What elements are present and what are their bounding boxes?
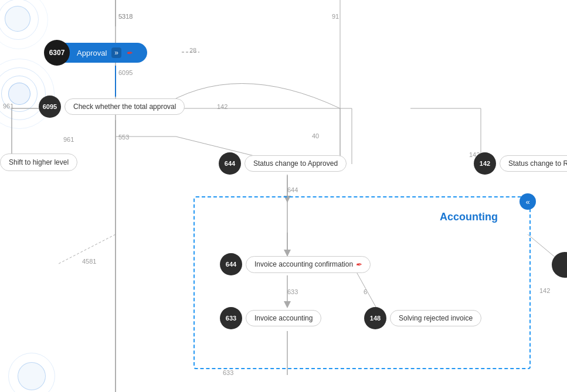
edge-label-142-mid: 142: [217, 103, 228, 110]
status-approved-label: Status change to Approved: [245, 155, 347, 172]
edge-label-633-bottom: 633: [223, 369, 233, 376]
invoice-accounting-badge: 633: [220, 307, 242, 329]
edge-label-553: 553: [118, 134, 129, 141]
solving-rejected-node[interactable]: 148 Solving rejected invoice: [364, 307, 481, 329]
invoice-accounting-label: Invoice accounting: [246, 310, 321, 326]
solving-rejected-label: Solving rejected invoice: [390, 310, 481, 326]
sonar-ring-bot-1: [18, 362, 46, 390]
status-approved-node[interactable]: 644 Status change to Approved: [219, 152, 347, 175]
edge-label-961-left: 961: [3, 103, 13, 110]
edge-label-40: 40: [312, 132, 319, 139]
pen-icon-invoice: ✒: [355, 260, 362, 269]
chevron-right-icon: »: [111, 47, 121, 58]
check-badge: 6095: [39, 96, 61, 118]
status-rejected-node[interactable]: 142 Status change to Rejected: [474, 152, 567, 175]
edge-label-633-mid: 633: [287, 288, 298, 295]
edit-icon: ✒: [126, 49, 133, 57]
sonar-ring-top-1: [5, 6, 30, 32]
edge-label-4581: 4581: [82, 258, 96, 265]
edge-label-5318-text: 5318: [118, 13, 133, 20]
edge-label-91: 91: [332, 13, 339, 20]
solving-rejected-badge: 148: [364, 307, 386, 329]
invoice-confirm-badge: 644: [220, 253, 242, 275]
check-label: Check whether the total approval: [64, 98, 185, 115]
approval-label: Approval » ✒: [65, 43, 147, 63]
edge-label-28: 28: [189, 47, 196, 54]
status-rejected-badge: 142: [474, 152, 496, 175]
shift-higher-node[interactable]: Shift to higher level: [0, 154, 77, 171]
invoice-accounting-node[interactable]: 633 Invoice accounting: [220, 307, 321, 329]
status-approved-badge: 644: [219, 152, 241, 175]
edge-label-961-bottom: 961: [63, 136, 74, 143]
invoice-confirm-label: Invoice accounting confirmation ✒: [246, 256, 371, 273]
edge-label-6095: 6095: [118, 69, 133, 76]
shift-higher-label: Shift to higher level: [0, 154, 77, 171]
accounting-title: Accounting: [440, 211, 498, 223]
edge-label-644-box: 644: [287, 186, 298, 193]
check-node[interactable]: 6095 Check whether the total approval: [39, 96, 185, 118]
process-canvas: 5318 5318 6307 Approval » ✒ 28 6095 6095…: [0, 0, 567, 392]
invoice-confirm-node[interactable]: 644 Invoice accounting confirmation ✒: [220, 253, 371, 275]
edge-label-6: 6: [364, 288, 367, 295]
approval-badge: 6307: [44, 40, 70, 66]
approval-node[interactable]: 6307 Approval » ✒: [44, 40, 147, 66]
right-partial-node: [552, 252, 567, 278]
collapse-accounting-button[interactable]: «: [520, 193, 536, 210]
sonar-ring-1: [8, 83, 30, 105]
edge-label-142-right: 142: [539, 287, 550, 294]
status-rejected-label: Status change to Rejected: [500, 155, 567, 172]
